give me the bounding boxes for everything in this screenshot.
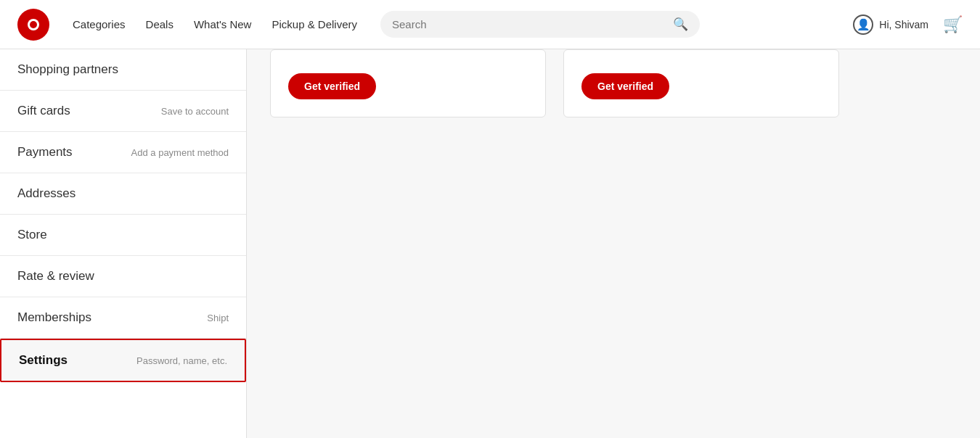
main-content: Get verified Get verified [247,49,980,438]
sidebar-item-label: Store [17,228,47,242]
verify-card-1: Get verified [270,49,546,117]
sidebar-item-rate-review[interactable]: Rate & review [0,256,246,297]
cart-icon[interactable]: 🛒 [943,15,963,34]
sidebar-item-settings[interactable]: Settings Password, name, etc. [0,339,246,382]
search-input[interactable] [392,18,667,30]
search-bar[interactable]: 🔍 [380,11,700,38]
sidebar: Shopping partners Gift cards Save to acc… [0,49,247,438]
page-layout: Shopping partners Gift cards Save to acc… [0,49,980,438]
sidebar-item-label: Memberships [17,310,91,325]
sidebar-item-label: Payments [17,145,73,160]
sidebar-item-store[interactable]: Store [0,215,246,256]
sidebar-item-shopping-partners[interactable]: Shopping partners [0,49,246,91]
sidebar-item-payments[interactable]: Payments Add a payment method [0,132,246,173]
user-icon: 👤 [853,15,873,35]
main-nav: Categories Deals What's New Pickup & Del… [73,18,357,30]
sidebar-item-sublabel: Password, name, etc. [136,355,227,366]
header-right: 👤 Hi, Shivam 🛒 [853,15,963,35]
target-logo[interactable] [17,9,49,41]
nav-deals[interactable]: Deals [146,18,173,30]
nav-pickup-delivery[interactable]: Pickup & Delivery [271,18,357,30]
sidebar-item-sublabel: Add a payment method [131,147,229,158]
sidebar-item-label: Gift cards [17,104,70,118]
sidebar-item-label: Addresses [17,186,75,201]
verify-cards-row: Get verified Get verified [270,49,957,117]
get-verified-button-1[interactable]: Get verified [288,73,376,99]
sidebar-item-memberships[interactable]: Memberships Shipt [0,297,246,339]
sidebar-item-addresses[interactable]: Addresses [0,173,246,215]
verify-card-2: Get verified [563,49,839,117]
user-section[interactable]: 👤 Hi, Shivam [853,15,928,35]
header: Categories Deals What's New Pickup & Del… [0,0,980,49]
nav-whats-new[interactable]: What's New [194,18,252,30]
sidebar-item-sublabel: Shipt [207,313,229,323]
get-verified-button-2[interactable]: Get verified [581,73,669,99]
sidebar-item-label: Settings [19,353,68,368]
search-icon: 🔍 [673,17,688,32]
sidebar-item-label: Shopping partners [17,62,118,77]
sidebar-item-sublabel: Save to account [161,106,229,117]
sidebar-item-label: Rate & review [17,269,94,284]
nav-categories[interactable]: Categories [73,18,126,30]
user-greeting: Hi, Shivam [879,19,928,30]
sidebar-item-gift-cards[interactable]: Gift cards Save to account [0,91,246,132]
